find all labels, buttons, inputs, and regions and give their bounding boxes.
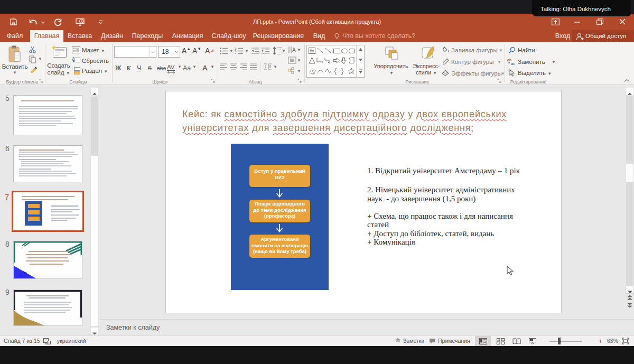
svg-text:А: А [292,47,296,53]
svg-text:3: 3 [235,52,236,55]
svg-text:ac: ac [511,62,515,66]
svg-text:ab: ab [507,58,511,62]
